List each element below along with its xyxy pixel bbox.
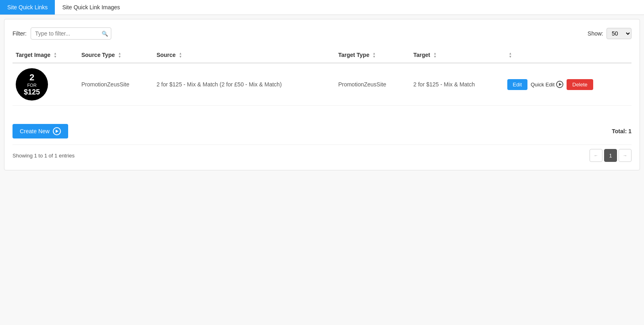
filter-label: Filter: <box>13 30 27 37</box>
sort-icon-target-type: ▲▼ <box>373 52 376 59</box>
tabs-bar: Site Quick Links Site Quick Link Images <box>0 0 644 15</box>
badge-for: FOR <box>27 83 36 88</box>
pagination-prev[interactable]: ← <box>590 149 602 162</box>
cell-target: 2 for $125 - Mix & Match <box>410 63 504 106</box>
sort-icon-target: ▲▼ <box>434 52 437 59</box>
total-label: Total: 1 <box>612 128 631 134</box>
cell-actions: Edit Quick Edit Delete <box>504 63 631 106</box>
col-target[interactable]: Target ▲▼ <box>410 48 504 63</box>
cell-source: 2 for $125 - Mix & Match (2 for £50 - Mi… <box>153 63 335 106</box>
edit-button[interactable]: Edit <box>507 79 527 90</box>
col-source-type[interactable]: Source Type ▲▼ <box>78 48 153 63</box>
sort-icon-actions: ▲▼ <box>509 52 512 59</box>
bottom-bar: Showing 1 to 1 of 1 entries ← 1 → <box>13 145 631 162</box>
cell-target-type: PromotionZeusSite <box>335 63 410 106</box>
col-actions: ▲▼ <box>504 48 631 63</box>
main-container: Filter: 🔍 Show: 10 25 50 100 Target Imag… <box>4 19 640 170</box>
show-select[interactable]: 10 25 50 100 <box>606 28 631 39</box>
table-body: 2 FOR $125 PromotionZeusSite 2 for $125 … <box>13 63 631 106</box>
badge-number: 2 <box>29 72 34 83</box>
tab-site-quick-link-images[interactable]: Site Quick Link Images <box>55 0 127 15</box>
showing-label: Showing 1 to 1 of 1 entries <box>13 153 75 159</box>
search-icon: 🔍 <box>102 31 108 37</box>
data-table: Target Image ▲▼ Source Type ▲▼ Source ▲▼… <box>13 48 631 106</box>
promo-badge: 2 FOR $125 <box>16 68 48 101</box>
col-source[interactable]: Source ▲▼ <box>153 48 335 63</box>
filter-row: Filter: 🔍 Show: 10 25 50 100 <box>13 27 631 40</box>
show-label: Show: <box>588 30 603 37</box>
table-header: Target Image ▲▼ Source Type ▲▼ Source ▲▼… <box>13 48 631 63</box>
sort-icon-source: ▲▼ <box>179 52 182 59</box>
quick-edit-play-icon <box>556 81 563 88</box>
delete-button[interactable]: Delete <box>567 79 593 90</box>
quick-edit-label: Quick Edit <box>531 82 554 88</box>
badge-price: $125 <box>24 88 40 97</box>
quick-edit-button[interactable]: Quick Edit <box>531 81 563 88</box>
footer-row: Create New Total: 1 <box>13 118 631 138</box>
filter-input-wrap: 🔍 <box>31 27 111 40</box>
tab-site-quick-links[interactable]: Site Quick Links <box>0 0 55 15</box>
action-buttons: Edit Quick Edit Delete <box>507 79 628 90</box>
pagination-page-1[interactable]: 1 <box>604 149 617 162</box>
sort-icon-source-type: ▲▼ <box>118 52 121 59</box>
show-row: Show: 10 25 50 100 <box>588 28 631 39</box>
filter-input[interactable] <box>31 27 111 40</box>
col-target-image[interactable]: Target Image ▲▼ <box>13 48 78 63</box>
pagination: ← 1 → <box>590 149 631 162</box>
pagination-next[interactable]: → <box>619 149 631 162</box>
filter-left: Filter: 🔍 <box>13 27 111 40</box>
create-new-icon <box>53 127 61 135</box>
cell-source-type: PromotionZeusSite <box>78 63 153 106</box>
create-new-button[interactable]: Create New <box>13 124 68 138</box>
table-row: 2 FOR $125 PromotionZeusSite 2 for $125 … <box>13 63 631 106</box>
cell-target-image: 2 FOR $125 <box>13 63 78 106</box>
create-new-label: Create New <box>20 128 50 134</box>
sort-icon-target-image: ▲▼ <box>54 52 57 59</box>
col-target-type[interactable]: Target Type ▲▼ <box>335 48 410 63</box>
